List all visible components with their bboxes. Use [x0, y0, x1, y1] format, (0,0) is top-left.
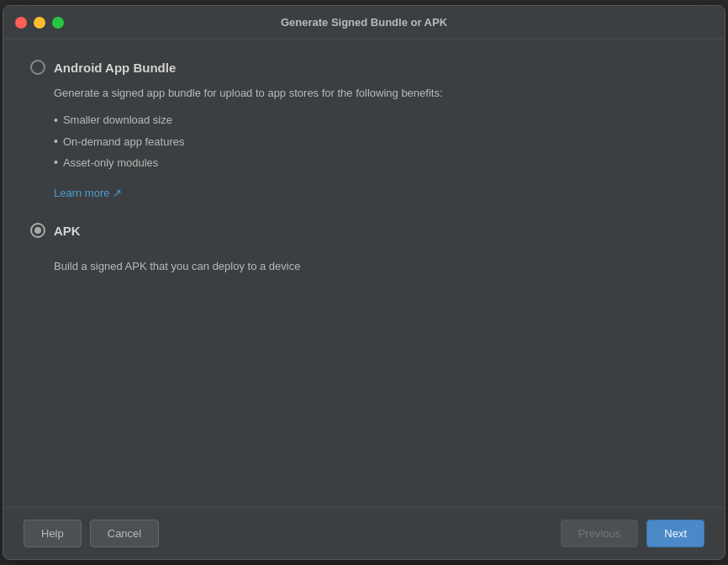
- benefit-item-1: Smaller download size: [54, 110, 698, 131]
- apk-radio[interactable]: [30, 223, 45, 238]
- maximize-button[interactable]: [52, 17, 64, 29]
- minimize-button[interactable]: [34, 17, 45, 29]
- close-button[interactable]: [15, 17, 27, 29]
- apk-description: Build a signed APK that you can deploy t…: [54, 258, 698, 275]
- footer-left-buttons: Help Cancel: [24, 520, 159, 547]
- benefit-item-2: On-demand app features: [54, 131, 698, 152]
- previous-button[interactable]: Previous: [561, 520, 639, 547]
- footer-right-buttons: Previous Next: [561, 520, 704, 547]
- apk-option: APK Build a signed APK that you can depl…: [30, 223, 698, 275]
- footer: Help Cancel Previous Next: [3, 507, 725, 559]
- apk-label: APK: [54, 224, 81, 238]
- android-app-bundle-benefits: Smaller download size On-demand app feat…: [54, 110, 698, 174]
- learn-more-link[interactable]: Learn more ↗: [54, 187, 698, 199]
- next-button[interactable]: Next: [646, 520, 704, 547]
- dialog-content: Android App Bundle Generate a signed app…: [3, 40, 725, 507]
- title-bar: Generate Signed Bundle or APK: [3, 6, 725, 40]
- dialog-window: Generate Signed Bundle or APK Android Ap…: [3, 5, 725, 560]
- cancel-button[interactable]: Cancel: [90, 520, 159, 547]
- dialog-title: Generate Signed Bundle or APK: [281, 16, 447, 29]
- android-app-bundle-description: Generate a signed app bundle for upload …: [54, 85, 698, 102]
- help-button[interactable]: Help: [24, 520, 82, 547]
- android-app-bundle-label: Android App Bundle: [54, 61, 176, 75]
- apk-header[interactable]: APK: [30, 223, 698, 238]
- benefit-item-3: Asset-only modules: [54, 152, 698, 173]
- android-app-bundle-option: Android App Bundle Generate a signed app…: [30, 60, 698, 223]
- android-app-bundle-radio[interactable]: [30, 60, 45, 75]
- android-app-bundle-header[interactable]: Android App Bundle: [30, 60, 698, 75]
- window-controls: [15, 17, 64, 29]
